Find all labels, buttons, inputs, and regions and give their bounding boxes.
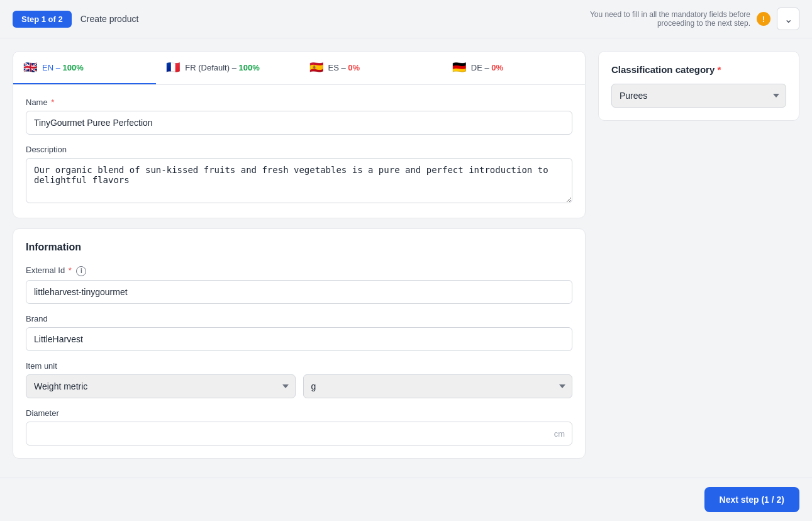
right-panel: Classification category * Purees Snacks … [598,51,799,121]
name-field-group: Name * [26,98,572,135]
collapse-button[interactable]: ⌄ [777,8,799,30]
es-flag: 🇪🇸 [309,60,323,74]
name-description-section: Name * Description Our organic blend of … [13,85,585,218]
fr-flag: 🇫🇷 [166,60,180,74]
brand-label: Brand [26,314,572,323]
header-right: You need to fill in all the mandatory fi… [587,8,799,30]
item-unit-label: Item unit [26,361,572,371]
left-panel: 🇬🇧 EN – 100% 🇫🇷 FR (Default) – 100% 🇪🇸 E… [13,51,586,459]
de-pct: 0% [491,63,503,72]
description-label: Description [26,145,572,154]
de-label: DE – 0% [471,63,503,72]
classification-select[interactable]: Purees Snacks Drinks Cereals [611,84,786,108]
translations-card: 🇬🇧 EN – 100% 🇫🇷 FR (Default) – 100% 🇪🇸 E… [13,51,586,218]
main-layout: 🇬🇧 EN – 100% 🇫🇷 FR (Default) – 100% 🇪🇸 E… [0,38,812,471]
language-tabs: 🇬🇧 EN – 100% 🇫🇷 FR (Default) – 100% 🇪🇸 E… [13,52,585,85]
description-field-group: Description Our organic blend of sun-kis… [26,145,572,205]
tab-en[interactable]: 🇬🇧 EN – 100% [13,52,156,84]
item-unit-selects: Weight metric Volume metric Count g kg l… [26,374,572,398]
diameter-unit: cm [554,429,565,438]
description-textarea[interactable]: Our organic blend of sun-kissed fruits a… [26,158,572,203]
tab-es[interactable]: 🇪🇸 ES – 0% [299,52,442,84]
item-unit-field-group: Item unit Weight metric Volume metric Co… [26,361,572,398]
external-id-field-group: External Id * i [26,266,572,304]
classification-title: Classification category * [611,64,786,75]
bottom-bar: Next step (1 / 2) [0,478,812,521]
diameter-label: Diameter [26,408,572,418]
tab-fr[interactable]: 🇫🇷 FR (Default) – 100% [156,52,299,84]
fr-pct: 100% [239,63,260,72]
diameter-input[interactable] [26,422,572,445]
header: Step 1 of 2 Create product You need to f… [0,0,812,38]
external-id-input[interactable] [26,280,572,304]
warning-icon: ! [757,12,770,26]
classification-card: Classification category * Purees Snacks … [598,51,799,121]
weight-unit-select[interactable]: g kg lb oz [303,374,573,398]
name-label: Name * [26,98,572,107]
external-id-label: External Id * i [26,266,572,276]
brand-input[interactable] [26,327,572,351]
diameter-input-wrapper: cm [26,422,572,445]
chevron-down-icon: ⌄ [784,13,793,25]
es-label: ES – 0% [328,63,360,72]
external-id-info-icon[interactable]: i [76,266,86,276]
item-unit-select[interactable]: Weight metric Volume metric Count [26,374,296,398]
tab-de[interactable]: 🇩🇪 DE – 0% [442,52,585,84]
step-badge: Step 1 of 2 [13,11,72,28]
information-form: External Id * i Brand Item unit Weight m… [13,253,585,458]
page-title: Create product [81,14,139,24]
en-flag: 🇬🇧 [23,60,37,74]
de-flag: 🇩🇪 [452,60,466,74]
es-pct: 0% [348,63,360,72]
diameter-field-group: Diameter cm [26,408,572,445]
brand-field-group: Brand [26,314,572,351]
name-input[interactable] [26,111,572,135]
information-title: Information [13,229,585,253]
header-left: Step 1 of 2 Create product [13,11,138,28]
en-label: EN – 100% [42,63,84,72]
name-required: * [49,98,55,107]
next-step-button[interactable]: Next step (1 / 2) [704,487,799,512]
information-card: Information External Id * i Brand Item u… [13,228,586,459]
fr-label: FR (Default) – 100% [185,63,260,72]
en-pct: 100% [63,63,84,72]
mandatory-message: You need to fill in all the mandatory fi… [587,10,750,28]
